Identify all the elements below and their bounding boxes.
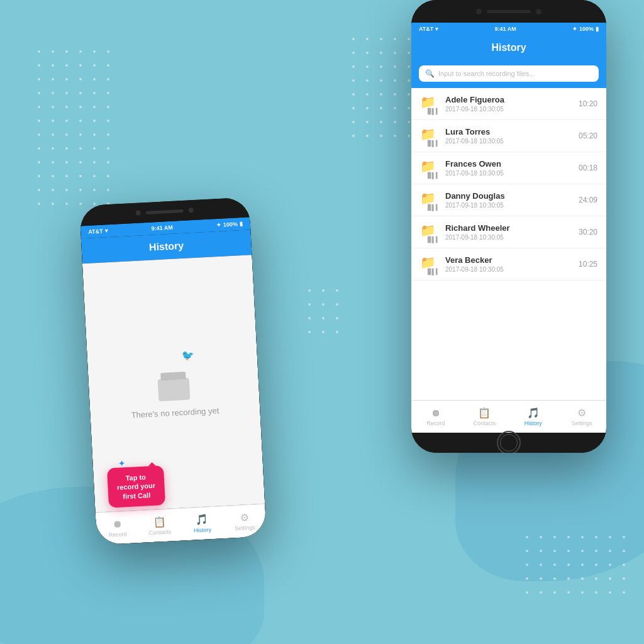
- speaker-bar: [146, 209, 184, 214]
- recording-info-2: Frances Owen 2017-09-18 10:30:05: [445, 159, 572, 177]
- folder-icon-1: 📁: [420, 126, 436, 142]
- recording-name-5: Vera Becker: [445, 255, 572, 265]
- recording-icon-wrap-5: 📁 ▊▌▍: [420, 255, 439, 274]
- right-history-label: History: [525, 420, 542, 426]
- right-record-label: Record: [426, 420, 445, 426]
- right-status-bar: AT&T ▾ 9:41 AM ✦ 100% ▮: [411, 23, 606, 35]
- recording-name-0: Adele Figueroa: [445, 95, 572, 104]
- nav-contacts-left[interactable]: 📋 Contacts: [138, 515, 182, 536]
- recording-info-0: Adele Figueroa 2017-09-18 10:30:05: [445, 95, 572, 113]
- right-contacts-label: Contacts: [473, 420, 496, 426]
- phone-right-screen: AT&T ▾ 9:41 AM ✦ 100% ▮ History 🔍 Input …: [411, 0, 606, 453]
- waveform-icon-0: ▊▌▍: [428, 108, 440, 114]
- nav-record-left[interactable]: ⏺ Record: [96, 518, 139, 538]
- battery-text: 100%: [223, 221, 238, 228]
- history-nav-icon: 🎵: [196, 513, 209, 526]
- recording-icon-wrap-1: 📁 ▊▌▍: [420, 126, 439, 145]
- right-settings-label: Settings: [572, 420, 592, 426]
- camera-dot: [136, 210, 141, 215]
- nav-settings-right[interactable]: ⚙ Settings: [558, 407, 607, 426]
- history-nav-label: History: [194, 526, 212, 533]
- right-record-icon: ⏺: [431, 408, 441, 419]
- recording-date-2: 2017-09-18 10:30:05: [445, 170, 572, 177]
- waveform-icon-5: ▊▌▍: [428, 269, 440, 275]
- bird-icon: 🐦: [181, 349, 194, 362]
- left-header-title: History: [149, 240, 184, 253]
- recording-info-1: Lura Torres 2017-09-18 10:30:05: [445, 127, 572, 145]
- recording-item-3[interactable]: 📁 ▊▌▍ Danny Douglas 2017-09-18 10:30:05 …: [411, 184, 606, 216]
- right-header-title: History: [491, 42, 526, 53]
- recording-date-4: 2017-09-18 10:30:05: [445, 234, 572, 241]
- recording-item-4[interactable]: 📁 ▊▌▍ Richard Wheeler 2017-09-18 10:30:0…: [411, 216, 606, 248]
- right-battery-icon: ▮: [596, 26, 599, 32]
- empty-state-text: There's no recording yet: [131, 406, 219, 419]
- recording-item-5[interactable]: 📁 ▊▌▍ Vera Becker 2017-09-18 10:30:05 10…: [411, 248, 606, 280]
- right-speaker-bar: [487, 10, 531, 13]
- recording-duration-1: 05:20: [579, 131, 597, 140]
- wifi-icon: ▾: [104, 228, 108, 234]
- nav-contacts-right[interactable]: 📋 Contacts: [460, 407, 509, 426]
- right-carrier: AT&T: [419, 26, 433, 32]
- phone-right-frame: AT&T ▾ 9:41 AM ✦ 100% ▮ History 🔍 Input …: [411, 0, 606, 453]
- right-bt-icon: ✦: [572, 26, 577, 32]
- folder-icon-3: 📁: [420, 191, 436, 206]
- recording-info-3: Danny Douglas 2017-09-18 10:30:05: [445, 191, 572, 209]
- recording-item-1[interactable]: 📁 ▊▌▍ Lura Torres 2017-09-18 10:30:05 05…: [411, 120, 606, 152]
- recording-date-0: 2017-09-18 10:30:05: [445, 106, 572, 113]
- waveform-icon-3: ▊▌▍: [428, 204, 440, 211]
- recording-name-3: Danny Douglas: [445, 191, 572, 201]
- status-bar-left: AT&T ▾: [88, 228, 108, 235]
- recording-duration-4: 30:20: [579, 228, 597, 236]
- search-bar-container: 🔍 Input to search recording files...: [411, 60, 606, 88]
- settings-nav-icon: ⚙: [240, 511, 249, 524]
- search-input-wrap[interactable]: 🔍 Input to search recording files...: [419, 65, 599, 82]
- recording-duration-0: 10:20: [579, 99, 597, 108]
- nav-record-right[interactable]: ⏺ Record: [411, 408, 460, 426]
- waveform-icon-1: ▊▌▍: [428, 140, 440, 147]
- sparkles-decoration: ✦: [118, 458, 126, 469]
- recording-item-2[interactable]: 📁 ▊▌▍ Frances Owen 2017-09-18 10:30:05 0…: [411, 152, 606, 184]
- bluetooth-icon: ✦: [216, 222, 222, 228]
- right-time: 9:41 AM: [495, 26, 516, 32]
- tap-to-record-button[interactable]: Tap to record your first Call: [107, 465, 165, 508]
- right-app-header: History: [411, 35, 606, 60]
- right-status-right: ✦ 100% ▮: [572, 26, 599, 32]
- recording-date-1: 2017-09-18 10:30:05: [445, 138, 572, 145]
- right-contacts-icon: 📋: [478, 407, 491, 419]
- recording-duration-3: 24:09: [579, 196, 597, 204]
- folder-icon-4: 📁: [420, 223, 436, 238]
- recording-icon-wrap-2: 📁 ▊▌▍: [420, 158, 439, 177]
- recording-duration-2: 00:18: [579, 164, 597, 172]
- record-nav-icon: ⏺: [112, 518, 123, 530]
- contacts-nav-icon: 📋: [153, 516, 166, 528]
- camera-dot-2: [188, 208, 193, 213]
- home-button[interactable]: [497, 431, 521, 453]
- phone-left-screen: AT&T ▾ 9:41 AM ✦ 100% ▮ History 🐦 There'…: [79, 197, 267, 545]
- right-wifi-icon: ▾: [435, 26, 438, 32]
- nav-history-left[interactable]: 🎵 History: [180, 513, 224, 534]
- recording-name-1: Lura Torres: [445, 127, 572, 136]
- phone-left-frame: AT&T ▾ 9:41 AM ✦ 100% ▮ History 🐦 There'…: [79, 197, 267, 545]
- right-battery-text: 100%: [579, 26, 594, 32]
- recording-name-4: Richard Wheeler: [445, 223, 572, 233]
- time-display: 9:41 AM: [151, 225, 173, 232]
- folder-icon-5: 📁: [420, 255, 436, 270]
- right-history-icon: 🎵: [527, 407, 540, 419]
- recording-item-0[interactable]: 📁 ▊▌▍ Adele Figueroa 2017-09-18 10:30:05…: [411, 88, 606, 120]
- nav-history-right[interactable]: 🎵 History: [509, 407, 558, 426]
- right-camera-dot-2: [536, 9, 541, 14]
- waveform-icon-4: ▊▌▍: [428, 236, 440, 243]
- recording-duration-5: 10:25: [579, 260, 597, 269]
- recording-icon-wrap-4: 📁 ▊▌▍: [420, 223, 439, 242]
- home-button-ring: [500, 434, 518, 452]
- carrier-text: AT&T: [88, 228, 103, 235]
- recording-icon-wrap-0: 📁 ▊▌▍: [420, 94, 439, 113]
- right-bottom-nav: ⏺ Record 📋 Contacts 🎵 History ⚙ Settings: [411, 400, 606, 433]
- status-bar-right: ✦ 100% ▮: [216, 221, 243, 228]
- folder-icon-0: 📁: [420, 94, 436, 109]
- settings-nav-label: Settings: [235, 525, 255, 532]
- search-input[interactable]: Input to search recording files...: [438, 70, 535, 77]
- nav-settings-left[interactable]: ⚙ Settings: [223, 511, 266, 532]
- home-indicator: [411, 433, 606, 453]
- folder-icon-2: 📁: [420, 158, 436, 174]
